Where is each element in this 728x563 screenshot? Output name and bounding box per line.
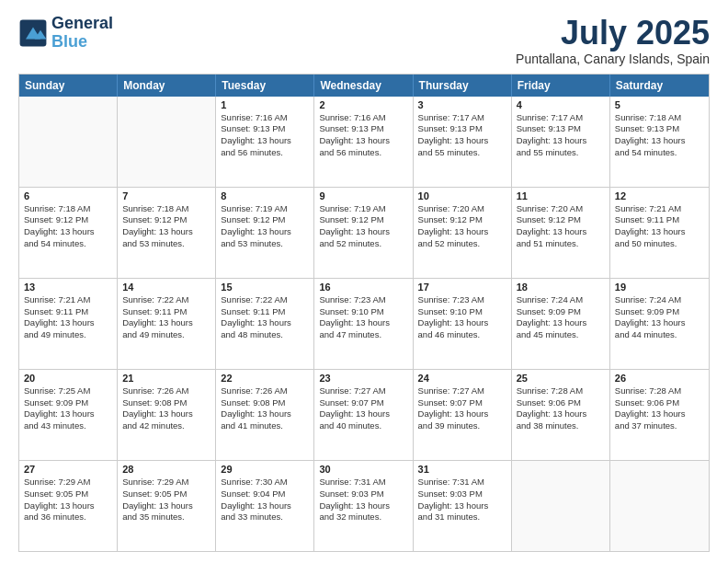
day-cell: 22Sunrise: 7:26 AMSunset: 9:08 PMDayligh… bbox=[216, 370, 314, 460]
day-info: Sunrise: 7:23 AMSunset: 9:10 PMDaylight:… bbox=[418, 294, 506, 341]
day-cell: 3Sunrise: 7:17 AMSunset: 9:13 PMDaylight… bbox=[414, 97, 512, 187]
day-info: Sunrise: 7:27 AMSunset: 9:07 PMDaylight:… bbox=[418, 385, 506, 432]
day-info: Sunrise: 7:24 AMSunset: 9:09 PMDaylight:… bbox=[615, 294, 704, 341]
day-number: 1 bbox=[221, 99, 309, 110]
day-cell: 14Sunrise: 7:22 AMSunset: 9:11 PMDayligh… bbox=[118, 279, 216, 369]
day-cell: 5Sunrise: 7:18 AMSunset: 9:13 PMDaylight… bbox=[610, 97, 709, 187]
day-cell: 16Sunrise: 7:23 AMSunset: 9:10 PMDayligh… bbox=[314, 279, 413, 369]
day-number: 30 bbox=[319, 464, 407, 475]
day-cell: 15Sunrise: 7:22 AMSunset: 9:11 PMDayligh… bbox=[216, 279, 314, 369]
day-number: 17 bbox=[418, 282, 506, 293]
day-cell: 18Sunrise: 7:24 AMSunset: 9:09 PMDayligh… bbox=[512, 279, 610, 369]
day-cell: 29Sunrise: 7:30 AMSunset: 9:04 PMDayligh… bbox=[216, 461, 314, 551]
day-info: Sunrise: 7:27 AMSunset: 9:07 PMDaylight:… bbox=[319, 385, 407, 432]
day-info: Sunrise: 7:29 AMSunset: 9:05 PMDaylight:… bbox=[24, 477, 112, 523]
day-cell: 13Sunrise: 7:21 AMSunset: 9:11 PMDayligh… bbox=[19, 279, 118, 369]
day-info: Sunrise: 7:24 AMSunset: 9:09 PMDaylight:… bbox=[517, 294, 605, 341]
day-headers: SundayMondayTuesdayWednesdayThursdayFrid… bbox=[19, 75, 709, 97]
day-header: Tuesday bbox=[216, 75, 314, 97]
day-cell: 27Sunrise: 7:29 AMSunset: 9:05 PMDayligh… bbox=[19, 461, 118, 551]
day-number: 2 bbox=[319, 99, 407, 110]
day-info: Sunrise: 7:22 AMSunset: 9:11 PMDaylight:… bbox=[122, 294, 210, 341]
day-info: Sunrise: 7:18 AMSunset: 9:12 PMDaylight:… bbox=[24, 203, 112, 250]
day-cell: 1Sunrise: 7:16 AMSunset: 9:13 PMDaylight… bbox=[216, 97, 314, 187]
day-cell: 24Sunrise: 7:27 AMSunset: 9:07 PMDayligh… bbox=[414, 370, 512, 460]
calendar-body: 1Sunrise: 7:16 AMSunset: 9:13 PMDaylight… bbox=[19, 97, 709, 551]
day-info: Sunrise: 7:17 AMSunset: 9:13 PMDaylight:… bbox=[418, 112, 506, 159]
day-number: 28 bbox=[122, 464, 210, 475]
day-number: 22 bbox=[221, 373, 309, 384]
day-cell: 6Sunrise: 7:18 AMSunset: 9:12 PMDaylight… bbox=[19, 188, 118, 278]
header: General Blue July 2025 Puntallana, Canar… bbox=[18, 15, 710, 66]
day-cell: 20Sunrise: 7:25 AMSunset: 9:09 PMDayligh… bbox=[19, 370, 118, 460]
logo: General Blue bbox=[18, 15, 113, 52]
day-cell: 11Sunrise: 7:20 AMSunset: 9:12 PMDayligh… bbox=[512, 188, 610, 278]
day-info: Sunrise: 7:18 AMSunset: 9:13 PMDaylight:… bbox=[615, 112, 704, 159]
day-info: Sunrise: 7:28 AMSunset: 9:06 PMDaylight:… bbox=[517, 385, 605, 432]
day-number: 3 bbox=[418, 99, 506, 110]
day-info: Sunrise: 7:23 AMSunset: 9:10 PMDaylight:… bbox=[319, 294, 407, 341]
day-header: Sunday bbox=[19, 75, 118, 97]
day-number: 21 bbox=[122, 373, 210, 384]
day-cell: 25Sunrise: 7:28 AMSunset: 9:06 PMDayligh… bbox=[512, 370, 610, 460]
week-row: 13Sunrise: 7:21 AMSunset: 9:11 PMDayligh… bbox=[19, 279, 709, 370]
day-info: Sunrise: 7:20 AMSunset: 9:12 PMDaylight:… bbox=[517, 203, 605, 250]
day-number: 19 bbox=[615, 282, 704, 293]
day-number: 13 bbox=[24, 282, 112, 293]
day-info: Sunrise: 7:25 AMSunset: 9:09 PMDaylight:… bbox=[24, 385, 112, 432]
week-row: 1Sunrise: 7:16 AMSunset: 9:13 PMDaylight… bbox=[19, 97, 709, 188]
day-header: Friday bbox=[512, 75, 610, 97]
day-cell: 17Sunrise: 7:23 AMSunset: 9:10 PMDayligh… bbox=[414, 279, 512, 369]
day-info: Sunrise: 7:18 AMSunset: 9:12 PMDaylight:… bbox=[122, 203, 210, 250]
day-cell: 7Sunrise: 7:18 AMSunset: 9:12 PMDaylight… bbox=[118, 188, 216, 278]
day-number: 10 bbox=[418, 190, 506, 201]
day-number: 26 bbox=[615, 373, 704, 384]
day-number: 27 bbox=[24, 464, 112, 475]
day-info: Sunrise: 7:17 AMSunset: 9:13 PMDaylight:… bbox=[517, 112, 605, 159]
day-info: Sunrise: 7:16 AMSunset: 9:13 PMDaylight:… bbox=[221, 112, 309, 159]
day-info: Sunrise: 7:19 AMSunset: 9:12 PMDaylight:… bbox=[319, 203, 407, 250]
day-info: Sunrise: 7:16 AMSunset: 9:13 PMDaylight:… bbox=[319, 112, 407, 159]
day-number: 25 bbox=[517, 373, 605, 384]
day-header: Wednesday bbox=[314, 75, 413, 97]
calendar: SundayMondayTuesdayWednesdayThursdayFrid… bbox=[18, 74, 710, 552]
day-cell: 28Sunrise: 7:29 AMSunset: 9:05 PMDayligh… bbox=[118, 461, 216, 551]
day-cell bbox=[512, 461, 610, 551]
day-number: 4 bbox=[517, 99, 605, 110]
day-cell: 26Sunrise: 7:28 AMSunset: 9:06 PMDayligh… bbox=[610, 370, 709, 460]
day-cell: 2Sunrise: 7:16 AMSunset: 9:13 PMDaylight… bbox=[314, 97, 413, 187]
day-header: Thursday bbox=[414, 75, 512, 97]
day-number: 20 bbox=[24, 373, 112, 384]
day-number: 23 bbox=[319, 373, 407, 384]
day-number: 7 bbox=[122, 190, 210, 201]
day-info: Sunrise: 7:26 AMSunset: 9:08 PMDaylight:… bbox=[122, 385, 210, 432]
day-number: 14 bbox=[122, 282, 210, 293]
day-number: 11 bbox=[517, 190, 605, 201]
day-cell: 9Sunrise: 7:19 AMSunset: 9:12 PMDaylight… bbox=[314, 188, 413, 278]
day-number: 6 bbox=[24, 190, 112, 201]
day-cell bbox=[118, 97, 216, 187]
day-number: 15 bbox=[221, 282, 309, 293]
day-cell: 19Sunrise: 7:24 AMSunset: 9:09 PMDayligh… bbox=[610, 279, 709, 369]
logo-text: General Blue bbox=[51, 15, 113, 52]
day-info: Sunrise: 7:28 AMSunset: 9:06 PMDaylight:… bbox=[615, 385, 704, 432]
day-number: 31 bbox=[418, 464, 506, 475]
day-number: 18 bbox=[517, 282, 605, 293]
day-info: Sunrise: 7:26 AMSunset: 9:08 PMDaylight:… bbox=[221, 385, 309, 432]
day-cell: 31Sunrise: 7:31 AMSunset: 9:03 PMDayligh… bbox=[414, 461, 512, 551]
day-info: Sunrise: 7:21 AMSunset: 9:11 PMDaylight:… bbox=[24, 294, 112, 341]
day-number: 12 bbox=[615, 190, 704, 201]
day-number: 5 bbox=[615, 99, 704, 110]
day-info: Sunrise: 7:30 AMSunset: 9:04 PMDaylight:… bbox=[221, 477, 309, 523]
logo-icon bbox=[18, 18, 48, 48]
day-cell: 23Sunrise: 7:27 AMSunset: 9:07 PMDayligh… bbox=[314, 370, 413, 460]
day-number: 16 bbox=[319, 282, 407, 293]
subtitle: Puntallana, Canary Islands, Spain bbox=[516, 52, 710, 66]
day-cell: 10Sunrise: 7:20 AMSunset: 9:12 PMDayligh… bbox=[414, 188, 512, 278]
day-cell: 30Sunrise: 7:31 AMSunset: 9:03 PMDayligh… bbox=[314, 461, 413, 551]
day-cell bbox=[610, 461, 709, 551]
week-row: 6Sunrise: 7:18 AMSunset: 9:12 PMDaylight… bbox=[19, 188, 709, 279]
main-title: July 2025 bbox=[516, 15, 710, 52]
day-info: Sunrise: 7:31 AMSunset: 9:03 PMDaylight:… bbox=[319, 477, 407, 523]
week-row: 27Sunrise: 7:29 AMSunset: 9:05 PMDayligh… bbox=[19, 461, 709, 551]
